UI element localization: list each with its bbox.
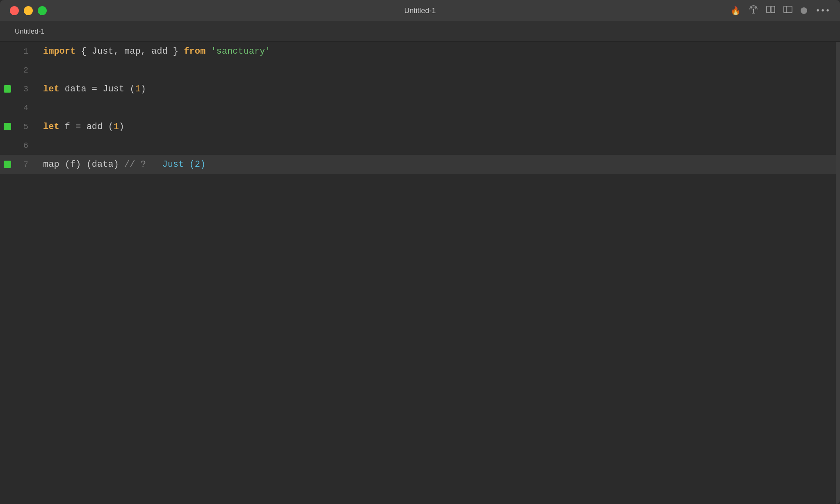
table-row: 4 [0, 98, 836, 117]
code-line-2 [35, 61, 43, 79]
code-line-6 [35, 136, 43, 155]
table-row: 2 [0, 61, 836, 79]
svg-rect-5 [784, 6, 792, 13]
line-number-2: 2 [14, 66, 35, 75]
breakpoint-indicator-7 [4, 161, 11, 168]
table-row: 7 map (f) (data) // ? Just (2) [0, 155, 836, 174]
line-number-1: 1 [14, 47, 35, 56]
table-row: 3 let data = Just (1) [0, 79, 836, 98]
table-row: 6 [0, 136, 836, 155]
line-number-5: 5 [14, 122, 35, 132]
sidebar-icon[interactable] [783, 5, 792, 16]
line-number-6: 6 [14, 141, 35, 150]
tab-bar: Untitled-1 [0, 21, 840, 42]
broadcast-icon[interactable] [749, 5, 758, 16]
breakpoint-indicator-3 [4, 85, 11, 93]
columns-icon[interactable] [766, 5, 775, 16]
breakpoint-cell-5 [0, 123, 14, 130]
scrollbar[interactable] [836, 42, 840, 504]
flame-icon[interactable]: 🔥 [730, 6, 741, 16]
tab-untitled[interactable]: Untitled-1 [8, 24, 51, 39]
table-row: 1 import { Just, map, add } from 'sanctu… [0, 42, 836, 61]
breakpoint-cell-7 [0, 161, 14, 168]
toolbar-right: 🔥 [730, 5, 830, 16]
code-line-4 [35, 98, 43, 117]
window-title: Untitled-1 [404, 7, 436, 15]
more-icon[interactable]: ••• [815, 6, 830, 16]
code-line-3: let data = Just (1) [35, 79, 146, 98]
editor-area: 1 import { Just, map, add } from 'sanctu… [0, 42, 840, 504]
code-line-5: let f = add (1) [35, 117, 124, 136]
code-line-1: import { Just, map, add } from 'sanctuar… [35, 42, 271, 61]
status-dot [801, 7, 807, 14]
traffic-lights [10, 6, 47, 15]
close-button[interactable] [10, 6, 19, 15]
code-line-7: map (f) (data) // ? Just (2) [35, 155, 205, 174]
svg-rect-0 [753, 9, 754, 10]
table-row: 5 let f = add (1) [0, 117, 836, 136]
breakpoint-indicator-5 [4, 123, 11, 130]
svg-rect-4 [771, 6, 775, 13]
title-bar: Untitled-1 🔥 [0, 0, 840, 21]
svg-rect-3 [767, 6, 770, 13]
code-rows: 1 import { Just, map, add } from 'sanctu… [0, 42, 836, 504]
minimize-button[interactable] [24, 6, 33, 15]
maximize-button[interactable] [38, 6, 47, 15]
line-number-3: 3 [14, 84, 35, 94]
breakpoint-cell-3 [0, 85, 14, 93]
line-number-4: 4 [14, 103, 35, 113]
editor-window: Untitled-1 🔥 [0, 0, 840, 504]
line-number-7: 7 [14, 160, 35, 169]
